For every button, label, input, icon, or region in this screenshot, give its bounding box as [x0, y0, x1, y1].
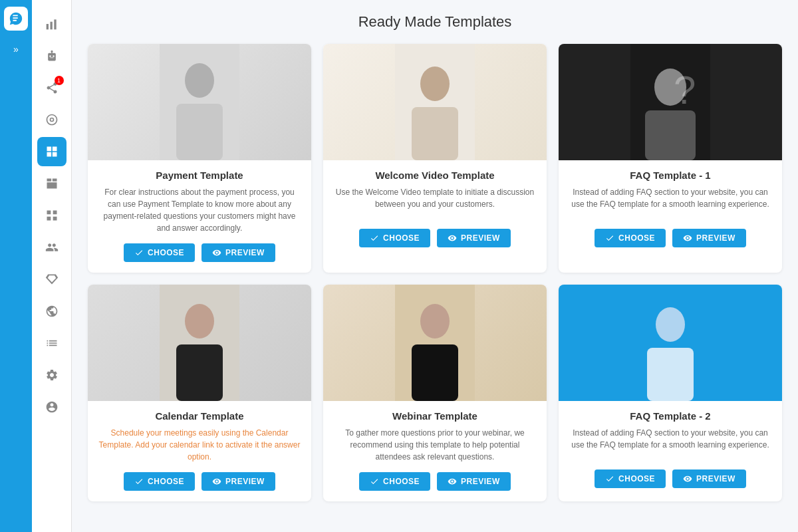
- template-thumbnail-faq2: [559, 285, 782, 401]
- template-body-calendar: Calendar Template Schedule your meetings…: [88, 401, 311, 501]
- template-body-payment: Payment Template For clear instructions …: [88, 160, 311, 273]
- svg-rect-18: [412, 344, 458, 401]
- preview-button-faq1[interactable]: PREVIEW: [672, 229, 746, 247]
- templates-grid: Payment Template For clear instructions …: [88, 44, 782, 501]
- template-actions-calendar: CHOOSE PREVIEW: [98, 472, 301, 491]
- template-body-faq1: FAQ Template - 1 Instead of adding FAQ s…: [559, 160, 782, 258]
- preview-button-faq2[interactable]: PREVIEW: [672, 469, 746, 488]
- sidebar-wide: 1: [32, 0, 72, 532]
- choose-button-webinar[interactable]: CHOOSE: [359, 472, 430, 491]
- template-actions-webinar: CHOOSE PREVIEW: [334, 472, 536, 491]
- sidebar-item-share[interactable]: 1: [37, 73, 66, 102]
- svg-rect-15: [176, 344, 223, 401]
- template-thumbnail-payment: [88, 44, 311, 160]
- svg-rect-1: [50, 22, 52, 30]
- sidebar-item-layout[interactable]: [37, 169, 66, 198]
- choose-button-welcome-video[interactable]: CHOOSE: [359, 229, 430, 247]
- sidebar-narrow: »: [0, 0, 32, 532]
- template-desc-webinar: To gather more questions prior to your w…: [334, 427, 536, 463]
- collapse-button[interactable]: »: [11, 41, 21, 57]
- template-body-webinar: Webinar Template To gather more question…: [323, 401, 547, 501]
- template-actions-payment: CHOOSE PREVIEW: [98, 243, 301, 262]
- template-thumbnail-faq1: ?: [559, 44, 782, 160]
- preview-button-webinar[interactable]: PREVIEW: [437, 472, 511, 491]
- template-desc-faq1: Instead of adding FAQ section to your we…: [569, 186, 771, 219]
- template-actions-welcome-video: CHOOSE PREVIEW: [334, 229, 536, 247]
- svg-rect-21: [647, 348, 694, 401]
- svg-text:?: ?: [674, 68, 696, 112]
- svg-point-17: [420, 304, 450, 338]
- share-badge: 1: [55, 76, 64, 85]
- sidebar-item-profile[interactable]: [37, 392, 66, 422]
- choose-button-faq1[interactable]: CHOOSE: [595, 229, 666, 247]
- svg-rect-5: [176, 104, 223, 160]
- svg-point-4: [185, 63, 214, 98]
- template-actions-faq2: CHOOSE PREVIEW: [569, 469, 771, 488]
- template-card-faq1: ? FAQ Template - 1 Instead of adding FAQ…: [559, 44, 782, 273]
- svg-rect-2: [54, 19, 56, 29]
- choose-button-payment[interactable]: CHOOSE: [124, 243, 195, 262]
- template-body-faq2: FAQ Template - 2 Instead of adding FAQ s…: [559, 401, 782, 499]
- template-card-faq2: FAQ Template - 2 Instead of adding FAQ s…: [559, 285, 782, 501]
- template-card-calendar: Calendar Template Schedule your meetings…: [88, 285, 311, 501]
- sidebar-item-templates[interactable]: [37, 137, 66, 166]
- template-actions-faq1: CHOOSE PREVIEW: [569, 229, 771, 247]
- preview-button-payment[interactable]: PREVIEW: [201, 243, 275, 262]
- template-thumbnail-welcome-video: [323, 44, 547, 160]
- svg-rect-8: [412, 107, 458, 160]
- template-card-webinar: Webinar Template To gather more question…: [323, 285, 547, 501]
- template-thumbnail-calendar: [88, 285, 311, 401]
- sidebar-item-diamond[interactable]: [37, 265, 66, 294]
- sidebar-item-grid[interactable]: [37, 201, 66, 230]
- template-desc-welcome-video: Use the Welcome Video template to initia…: [334, 186, 536, 219]
- sidebar-item-users[interactable]: [37, 233, 66, 262]
- template-desc-payment: For clear instructions about the payment…: [98, 186, 301, 234]
- template-body-welcome-video: Welcome Video Template Use the Welcome V…: [323, 160, 547, 258]
- template-name-welcome-video: Welcome Video Template: [334, 170, 536, 181]
- sidebar-item-bot[interactable]: [37, 41, 66, 70]
- choose-button-faq2[interactable]: CHOOSE: [595, 469, 666, 488]
- sidebar-item-list[interactable]: [37, 329, 66, 358]
- template-name-faq1: FAQ Template - 1: [569, 170, 771, 181]
- choose-button-calendar[interactable]: CHOOSE: [124, 472, 195, 491]
- template-name-payment: Payment Template: [98, 170, 301, 181]
- svg-rect-11: [645, 110, 696, 160]
- sidebar-item-analytics[interactable]: [37, 9, 66, 39]
- template-card-welcome-video: Welcome Video Template Use the Welcome V…: [323, 44, 547, 273]
- preview-button-calendar[interactable]: PREVIEW: [201, 472, 275, 491]
- svg-rect-0: [46, 24, 48, 29]
- template-desc-faq2: Instead of adding FAQ section to your we…: [569, 427, 771, 460]
- sidebar-item-settings[interactable]: [37, 360, 66, 390]
- template-desc-calendar: Schedule your meetings easily using the …: [98, 427, 301, 463]
- template-name-faq2: FAQ Template - 2: [569, 410, 771, 422]
- sidebar-item-globe[interactable]: [37, 297, 66, 326]
- svg-point-7: [420, 66, 450, 101]
- page-title: Ready Made Templates: [88, 13, 782, 31]
- sidebar-item-target[interactable]: [37, 105, 66, 134]
- template-thumbnail-webinar: [323, 285, 547, 401]
- main-content: Ready Made Templates Payment Template Fo…: [72, 0, 798, 532]
- template-name-calendar: Calendar Template: [98, 410, 301, 422]
- app-logo: [4, 7, 28, 31]
- svg-point-14: [185, 304, 214, 338]
- template-name-webinar: Webinar Template: [334, 410, 536, 422]
- preview-button-welcome-video[interactable]: PREVIEW: [437, 229, 511, 247]
- svg-point-20: [656, 307, 685, 342]
- template-card-payment: Payment Template For clear instructions …: [88, 44, 311, 273]
